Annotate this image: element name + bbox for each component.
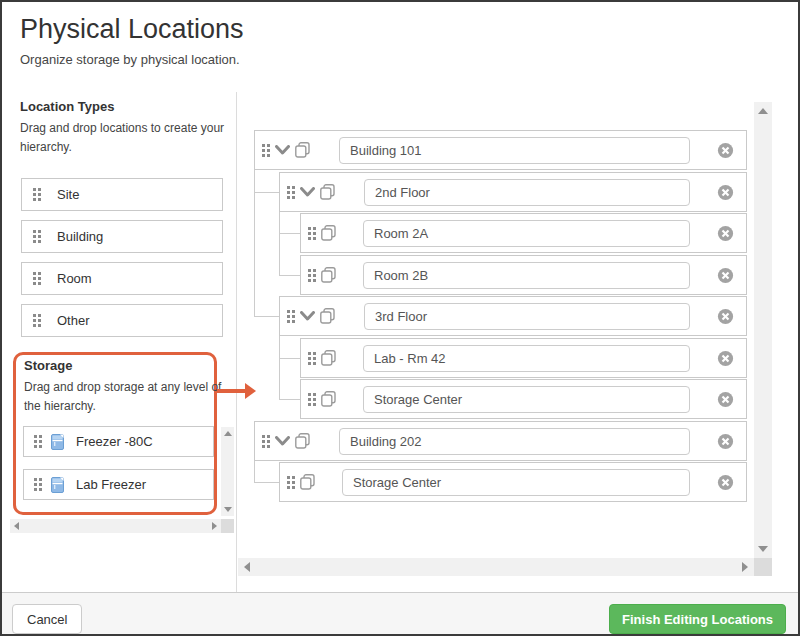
remove-icon	[717, 308, 734, 325]
scroll-right-icon[interactable]	[212, 522, 217, 530]
location-name-input[interactable]	[364, 179, 690, 206]
copy-icon[interactable]	[321, 391, 336, 407]
chevron-down-icon[interactable]	[275, 145, 290, 155]
drag-handle-icon[interactable]	[308, 269, 316, 282]
drag-handle-icon	[34, 435, 42, 448]
freezer-icon	[51, 477, 64, 493]
tree-row	[300, 338, 747, 378]
tree-row	[300, 379, 747, 419]
drag-handle-icon[interactable]	[287, 310, 295, 323]
location-name-input[interactable]	[363, 345, 690, 372]
drag-handle-icon[interactable]	[287, 476, 295, 489]
storage-label: Lab Freezer	[76, 477, 146, 492]
tree-connector-line	[279, 212, 280, 275]
location-name-input[interactable]	[364, 303, 690, 330]
remove-icon	[717, 474, 734, 491]
cancel-button[interactable]: Cancel	[12, 604, 82, 634]
remove-button[interactable]	[717, 267, 734, 284]
draggable-storage-lab-freezer[interactable]: Lab Freezer	[23, 469, 214, 500]
draggable-storage-freezer-80c[interactable]: Freezer -80C	[23, 426, 214, 457]
drag-handle-icon	[33, 230, 41, 243]
physical-locations-dialog: Physical Locations Organize storage by p…	[0, 0, 800, 636]
copy-icon[interactable]	[320, 308, 335, 324]
remove-button[interactable]	[717, 308, 734, 325]
dialog-footer: Cancel Finish Editing Locations	[2, 592, 798, 634]
location-name-input[interactable]	[363, 386, 690, 413]
scroll-left-icon[interactable]	[14, 522, 19, 530]
remove-button[interactable]	[717, 142, 734, 159]
tree-connector-line	[279, 233, 300, 234]
remove-button[interactable]	[717, 225, 734, 242]
drag-handle-icon[interactable]	[287, 186, 295, 199]
scrollbar-corner	[221, 519, 234, 533]
finish-editing-locations-button[interactable]: Finish Editing Locations	[609, 604, 786, 634]
scroll-up-icon[interactable]	[758, 108, 768, 114]
remove-button[interactable]	[717, 184, 734, 201]
remove-icon	[717, 142, 734, 159]
tree-row	[254, 421, 747, 461]
type-label: Site	[57, 187, 79, 202]
remove-button[interactable]	[717, 474, 734, 491]
page-title: Physical Locations	[20, 14, 244, 45]
draggable-type-other[interactable]: Other	[21, 304, 223, 337]
annotation-arrow-head	[245, 383, 256, 399]
sidebar-vertical-scrollbar[interactable]	[221, 427, 234, 516]
copy-icon[interactable]	[320, 184, 335, 200]
location-name-input[interactable]	[342, 469, 690, 496]
page-subtitle: Organize storage by physical location.	[20, 52, 240, 67]
storage-heading: Storage	[24, 358, 72, 373]
drag-handle-icon[interactable]	[262, 144, 270, 157]
copy-icon[interactable]	[321, 267, 336, 283]
tree-horizontal-scrollbar[interactable]	[238, 558, 754, 576]
tree-row	[279, 172, 747, 212]
scrollbar-corner	[754, 558, 772, 576]
location-name-input[interactable]	[339, 428, 690, 455]
copy-icon[interactable]	[295, 433, 310, 449]
chevron-down-icon[interactable]	[300, 187, 315, 197]
location-name-input[interactable]	[363, 262, 690, 289]
type-label: Building	[57, 229, 103, 244]
copy-icon[interactable]	[321, 225, 336, 241]
remove-icon	[717, 391, 734, 408]
storage-label: Freezer -80C	[76, 434, 153, 449]
draggable-type-site[interactable]: Site	[21, 178, 223, 211]
tree-row	[279, 296, 747, 336]
drag-handle-icon[interactable]	[308, 352, 316, 365]
tree-vertical-scrollbar[interactable]	[754, 102, 772, 558]
remove-icon	[717, 225, 734, 242]
drag-handle-icon[interactable]	[308, 227, 316, 240]
tree-connector-line	[254, 482, 279, 483]
tree-connector-line	[254, 316, 279, 317]
draggable-type-building[interactable]: Building	[21, 220, 223, 253]
tree-connector-line	[279, 358, 300, 359]
scroll-right-icon[interactable]	[742, 562, 748, 572]
type-label: Room	[57, 271, 92, 286]
sidebar-horizontal-scrollbar[interactable]	[10, 519, 221, 533]
chevron-down-icon[interactable]	[300, 311, 315, 321]
copy-icon[interactable]	[321, 350, 336, 366]
drag-handle-icon[interactable]	[262, 435, 270, 448]
drag-handle-icon	[33, 314, 41, 327]
remove-button[interactable]	[717, 433, 734, 450]
scroll-down-icon[interactable]	[758, 546, 768, 552]
copy-icon[interactable]	[300, 474, 315, 490]
location-types-heading: Location Types	[20, 99, 114, 114]
scroll-down-icon[interactable]	[224, 507, 232, 512]
scroll-up-icon[interactable]	[224, 431, 232, 436]
remove-button[interactable]	[717, 350, 734, 367]
draggable-type-room[interactable]: Room	[21, 262, 223, 295]
remove-button[interactable]	[717, 391, 734, 408]
drag-handle-icon	[34, 478, 42, 491]
tree-connector-line	[279, 275, 300, 276]
location-types-description: Drag and drop locations to create your h…	[20, 119, 232, 157]
drag-handle-icon[interactable]	[308, 393, 316, 406]
tree-row	[279, 462, 747, 502]
drag-handle-icon	[33, 188, 41, 201]
remove-icon	[717, 184, 734, 201]
chevron-down-icon[interactable]	[275, 436, 290, 446]
location-name-input[interactable]	[339, 137, 690, 164]
location-name-input[interactable]	[363, 220, 690, 247]
tree-row	[254, 130, 747, 170]
scroll-left-icon[interactable]	[244, 562, 250, 572]
copy-icon[interactable]	[295, 142, 310, 158]
